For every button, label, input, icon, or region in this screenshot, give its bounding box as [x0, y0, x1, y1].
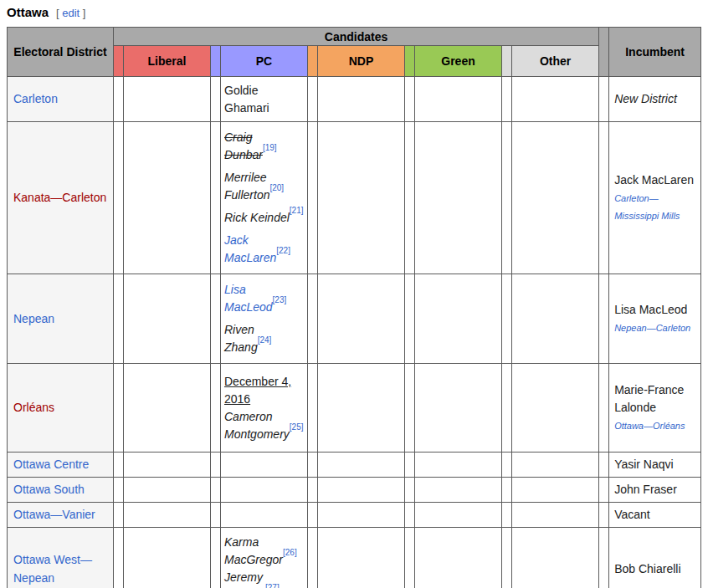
incumbent-party-strip-pc	[599, 274, 609, 364]
party-color-bar	[308, 478, 318, 503]
pc-candidate-cell: Lisa MacLeod[23] Riven Zhang[24]	[221, 274, 308, 364]
incumbent-name: Vacant	[614, 506, 695, 524]
other-candidate-cell	[512, 453, 599, 478]
green-candidate-cell	[415, 478, 502, 503]
pc-candidate-cell: Goldie Ghamari	[221, 77, 308, 122]
table-row-orleans: Orléans December 4, 2016Cameron Montgome…	[8, 364, 701, 453]
ndp-candidate-cell	[318, 77, 405, 122]
pc-candidate-cell	[221, 503, 308, 528]
party-color-bar	[502, 77, 512, 122]
incumbent-name: New District	[614, 90, 695, 108]
page: Ottawa[ edit ] Electoral District Candid…	[0, 0, 708, 588]
citation-ref-link[interactable]: [19]	[263, 143, 277, 152]
liberal-color-swatch	[114, 46, 124, 77]
other-candidate-cell	[512, 364, 599, 453]
incumbent-riding-link[interactable]: Carleton—Mississippi Mills	[614, 190, 695, 225]
incumbent-cell: Marie-France Lalonde Ottawa—Orléans	[609, 364, 701, 453]
party-color-bar	[211, 77, 221, 122]
candidate-name: Cameron Montgomery	[224, 410, 290, 441]
incumbent-riding-link[interactable]: Ottawa—Orléans	[614, 417, 695, 435]
party-color-bar	[114, 478, 124, 503]
other-candidate-cell	[512, 274, 599, 364]
district-link[interactable]: Ottawa South	[13, 483, 85, 496]
candidate-name: Karma MacGregor	[224, 535, 283, 566]
candidate-name: Craig Dunbar	[224, 130, 263, 161]
district-cell: Ottawa West—Nepean	[8, 528, 114, 588]
party-color-bar	[308, 453, 318, 478]
party-color-bar	[211, 122, 221, 274]
liberal-candidate-cell	[124, 122, 211, 274]
candidate-name: Jeremy Roberts	[224, 570, 265, 588]
table-row-kanata-carleton: Kanata—Carleton Craig Dunbar[19] Merrile…	[8, 122, 701, 274]
district-link[interactable]: Carleton	[13, 92, 58, 105]
party-color-bar	[114, 528, 124, 588]
liberal-candidate-cell	[124, 453, 211, 478]
incumbent-cell: New District	[609, 77, 701, 122]
district-cell: Orléans	[8, 364, 114, 453]
liberal-candidate-cell	[124, 274, 211, 364]
incumbent-name: Bob Chiarelli	[614, 560, 695, 578]
citation-ref-link[interactable]: [21]	[290, 206, 304, 215]
ndp-candidate-cell	[318, 478, 405, 503]
candidate-name: Rick Keindel	[224, 211, 290, 224]
district-link[interactable]: Ottawa West—Nepean	[13, 553, 92, 585]
party-color-bar	[114, 77, 124, 122]
edit-section: [ edit ]	[56, 7, 85, 19]
incumbent-riding-link[interactable]: Nepean—Carleton	[614, 320, 695, 337]
citation-ref-link[interactable]: [25]	[290, 422, 304, 432]
district-link[interactable]: Ottawa—Vanier	[13, 508, 95, 521]
green-candidate-cell	[415, 453, 502, 478]
citation-ref-link[interactable]: [20]	[269, 183, 284, 192]
party-color-bar	[114, 122, 124, 274]
party-color-bar	[405, 478, 415, 503]
incumbent-party-strip-liberal	[599, 364, 609, 453]
green-candidate-cell	[415, 364, 502, 453]
header-party-liberal: Liberal	[124, 46, 211, 77]
other-candidate-cell	[512, 528, 599, 588]
party-color-bar	[308, 274, 318, 364]
incumbent-party-strip	[599, 503, 609, 528]
edit-bracket-close: ]	[83, 7, 86, 19]
party-color-bar	[405, 274, 415, 364]
green-candidate-cell	[415, 274, 502, 364]
citation-ref-link[interactable]: [22]	[276, 246, 290, 255]
ndp-candidate-cell	[318, 528, 405, 588]
edit-link[interactable]: edit	[62, 7, 80, 19]
district-link[interactable]: Orléans	[13, 401, 54, 414]
party-color-bar	[308, 503, 318, 528]
pc-candidate-cell	[221, 478, 308, 503]
green-candidate-cell	[415, 503, 502, 528]
district-link[interactable]: Nepean	[13, 312, 54, 325]
party-color-bar	[502, 453, 512, 478]
citation-ref-link[interactable]: [27]	[265, 583, 280, 588]
district-link[interactable]: Kanata—Carleton	[13, 191, 106, 204]
incumbent-party-strip-pc	[599, 122, 609, 274]
party-color-bar	[114, 274, 124, 364]
citation-ref-link[interactable]: [24]	[258, 335, 272, 345]
pc-candidate-cell: Craig Dunbar[19] Merrilee Fullerton[20] …	[221, 122, 308, 274]
header-candidates: Candidates	[114, 28, 599, 46]
table-row-ottawa-south: Ottawa South John Fraser	[8, 478, 701, 503]
citation-ref-link[interactable]: [26]	[283, 548, 297, 557]
header-incumbent: Incumbent	[609, 28, 701, 77]
liberal-candidate-cell	[124, 77, 211, 122]
liberal-candidate-cell	[124, 364, 211, 453]
ndp-candidate-cell	[318, 122, 405, 274]
citation-ref-link[interactable]: [23]	[273, 295, 287, 304]
pc-candidate-cell	[221, 453, 308, 478]
party-color-bar	[211, 453, 221, 478]
ndp-candidate-cell	[318, 503, 405, 528]
section-heading: Ottawa[ edit ]	[7, 5, 701, 21]
party-color-bar	[502, 478, 512, 503]
party-color-bar	[405, 453, 415, 478]
party-color-bar-highlighted	[211, 528, 221, 588]
district-link[interactable]: Ottawa Centre	[13, 458, 89, 471]
party-color-bar	[308, 122, 318, 274]
header-party-other: Other	[512, 46, 599, 77]
ndp-candidate-cell	[318, 274, 405, 364]
ndp-candidate-cell	[318, 453, 405, 478]
nomination-date-link[interactable]: December 4, 2016	[224, 375, 291, 406]
candidate-link[interactable]: Lisa MacLeod	[224, 283, 273, 314]
candidate-link[interactable]: Jack MacLaren	[224, 233, 276, 264]
liberal-candidate-cell	[124, 503, 211, 528]
